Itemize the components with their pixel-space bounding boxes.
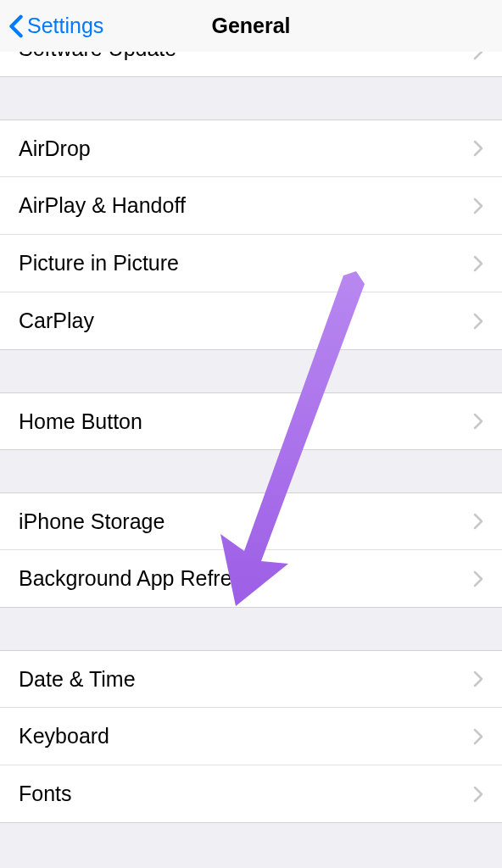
group-separator (0, 350, 502, 392)
group-separator (0, 450, 502, 492)
chevron-right-icon (473, 413, 483, 430)
row-airdrop[interactable]: AirDrop (0, 120, 502, 177)
chevron-right-icon (473, 313, 483, 330)
back-label: Settings (27, 14, 103, 38)
chevron-right-icon (473, 255, 483, 272)
chevron-right-icon (473, 570, 483, 587)
group-separator (0, 77, 502, 120)
row-label: Background App Refresh (19, 566, 254, 591)
row-label: iPhone Storage (19, 509, 165, 534)
settings-list: Software Update AirDrop AirPlay & Handof… (0, 52, 502, 823)
chevron-right-icon (473, 140, 483, 157)
row-background-app-refresh[interactable]: Background App Refresh (0, 550, 502, 608)
chevron-right-icon (473, 786, 483, 803)
row-home-button[interactable]: Home Button (0, 392, 502, 450)
page-title: General (211, 14, 290, 38)
row-label: Keyboard (19, 724, 109, 748)
row-label: Home Button (19, 409, 142, 434)
group-separator (0, 608, 502, 650)
row-software-update[interactable]: Software Update (0, 52, 502, 77)
row-airplay-handoff[interactable]: AirPlay & Handoff (0, 177, 502, 235)
row-keyboard[interactable]: Keyboard (0, 708, 502, 765)
row-iphone-storage[interactable]: iPhone Storage (0, 492, 502, 550)
chevron-right-icon (473, 670, 483, 687)
row-label: Software Update (19, 52, 176, 61)
chevron-left-icon (8, 14, 24, 38)
row-label: Fonts (19, 782, 72, 806)
chevron-right-icon (473, 728, 483, 745)
back-button[interactable]: Settings (0, 14, 103, 38)
chevron-right-icon (473, 198, 483, 214)
row-picture-in-picture[interactable]: Picture in Picture (0, 235, 502, 292)
row-fonts[interactable]: Fonts (0, 765, 502, 823)
nav-header: Settings General (0, 0, 502, 53)
chevron-right-icon (473, 513, 483, 530)
chevron-right-icon (473, 52, 483, 60)
row-label: AirDrop (19, 136, 91, 161)
row-label: CarPlay (19, 309, 94, 333)
row-label: AirPlay & Handoff (19, 193, 186, 218)
row-date-time[interactable]: Date & Time (0, 650, 502, 708)
row-label: Picture in Picture (19, 251, 179, 275)
row-carplay[interactable]: CarPlay (0, 292, 502, 350)
row-label: Date & Time (19, 667, 136, 692)
